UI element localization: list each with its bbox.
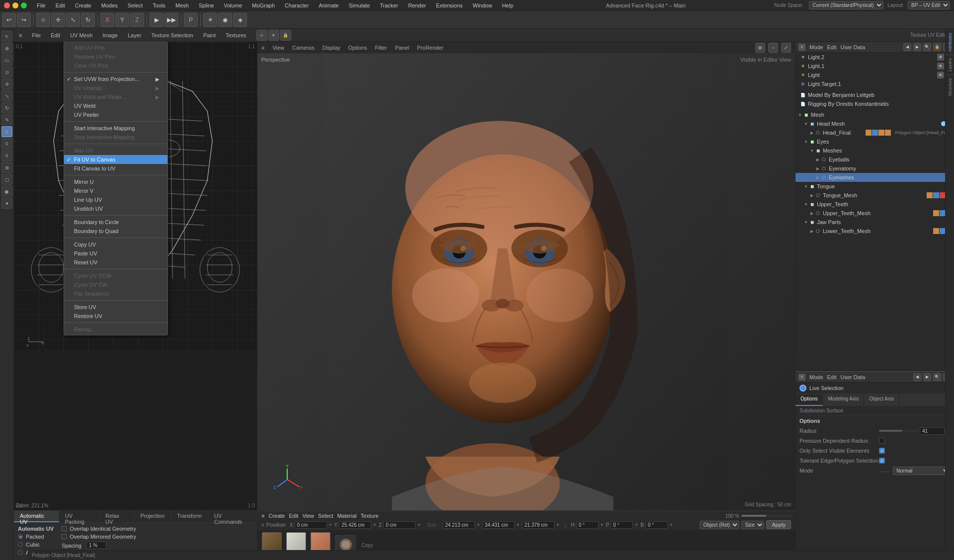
pos-y-input[interactable] — [339, 521, 371, 529]
tree-item-light[interactable]: ☀ Light 👁 ◉ — [795, 71, 954, 80]
size-z-input[interactable] — [522, 521, 555, 529]
tool-s3[interactable]: S — [1, 150, 12, 161]
tab-uv-packing[interactable]: UV Packing — [59, 511, 99, 522]
viewport-options-menu[interactable]: Options — [348, 45, 367, 51]
obj-nav-fwd[interactable]: ▶ — [913, 43, 921, 51]
zoom-slider[interactable] — [741, 515, 791, 517]
attr-back[interactable]: ◀ — [913, 373, 921, 381]
tab-material[interactable]: Material — [337, 513, 357, 519]
menu-window[interactable]: Window — [469, 1, 496, 9]
menu-max-uv[interactable]: Max UV — [64, 146, 167, 155]
jawparts-arrow[interactable]: ▼ — [803, 220, 808, 225]
viewport-btn-2[interactable]: ↔ — [768, 43, 778, 53]
y-axis-button[interactable]: Y — [115, 13, 129, 27]
upperteeth-mesh-arrow[interactable]: ▶ — [809, 211, 814, 216]
viewport-btn-3[interactable]: ⤢ — [781, 43, 791, 53]
headfinal-arrow[interactable]: ▶ — [809, 130, 814, 135]
radius-slider-track[interactable] — [879, 430, 918, 432]
lowerteeth-arrow[interactable]: ▶ — [809, 229, 814, 234]
uv-grid-btn[interactable]: # — [268, 30, 279, 41]
layout-select[interactable]: BP – UV Edit — [908, 1, 950, 9]
menu-fit-uv-canvas[interactable]: ✓ Fit UV to Canvas — [64, 155, 167, 164]
maximize-button[interactable] — [21, 2, 27, 8]
tool-pen[interactable]: ✎ — [1, 114, 12, 125]
uv-paint-menu[interactable]: Paint — [201, 31, 218, 39]
tree-item-headmesh[interactable]: ▼ ◼ Head Mesh — [795, 119, 954, 128]
menu-extensions[interactable]: Extensions — [432, 1, 467, 9]
rot-b-input[interactable] — [645, 521, 668, 529]
menu-character[interactable]: Character — [281, 1, 313, 9]
uv-textures-menu[interactable]: Textures — [224, 31, 248, 39]
menu-set-uvw-projection[interactable]: Set UVW from Projection... ▶ — [64, 75, 167, 83]
display-button[interactable]: ◈ — [233, 13, 247, 27]
attr-tab-options[interactable]: Options — [795, 394, 823, 406]
menu-file[interactable]: File — [33, 1, 50, 9]
attr-mode-label[interactable]: Mode — [809, 374, 823, 380]
tree-item-meshes[interactable]: ▼ ◼ Meshes — [795, 146, 954, 155]
menu-start-interactive[interactable]: Start Interactive Mapping — [64, 124, 167, 133]
menu-fit-canvas-uv[interactable]: Fit Canvas to UV — [64, 164, 167, 173]
tree-item-lighttarget[interactable]: ⊕ Light.Target.1 — [795, 80, 954, 88]
om-edit-label[interactable]: Edit — [827, 44, 837, 50]
menu-volume[interactable]: Volume — [220, 1, 246, 9]
menu-tools[interactable]: Tools — [149, 1, 169, 9]
menu-cycle-cw[interactable]: Cycle UV CW — [64, 280, 167, 289]
menu-uv-weld[interactable]: UV Weld — [64, 101, 167, 110]
uv-layer-menu[interactable]: Layer — [126, 31, 144, 39]
tree-item-eyeballs[interactable]: ▶ ⬡ Eyeballs — [795, 155, 954, 164]
tab-layers[interactable]: Layers — [947, 56, 954, 74]
upperteeth-arrow[interactable]: ▼ — [803, 202, 808, 207]
pos-z-input[interactable] — [383, 521, 415, 529]
light-vis-badge[interactable]: 👁 — [937, 72, 944, 79]
uv-menu-icon[interactable]: ≡ — [17, 31, 24, 39]
attr-fwd[interactable]: ▶ — [923, 373, 931, 381]
rotate-tool-button[interactable]: ↻ — [81, 13, 95, 27]
menu-select[interactable]: Select — [124, 1, 147, 9]
tab-projection[interactable]: Projection — [134, 511, 171, 522]
viewport-cameras-menu[interactable]: Cameras — [292, 45, 315, 51]
tool-brush[interactable]: ⊛ — [1, 162, 12, 173]
tab-view[interactable]: View — [302, 513, 314, 519]
menu-modes[interactable]: Modes — [97, 1, 122, 9]
tool-s2[interactable]: S — [1, 138, 12, 149]
tree-item-light2[interactable]: ☀ Light.2 👁 ◉ — [795, 53, 954, 62]
viewport-btn-1[interactable]: ⊞ — [755, 43, 765, 53]
select-tool-button[interactable]: ⊹ — [36, 13, 50, 27]
tab-transform[interactable]: Transform — [171, 511, 208, 522]
viewport-display-menu[interactable]: Display — [322, 45, 340, 51]
tab-texture[interactable]: Texture — [361, 513, 379, 519]
rot-h-input[interactable] — [576, 521, 599, 529]
tool-scale[interactable]: ⤡ — [1, 90, 12, 101]
menu-edit[interactable]: Edit — [52, 1, 69, 9]
tree-item-mesh-group[interactable]: ▼ ◼ Mesh — [795, 110, 954, 119]
menu-simulate[interactable]: Simulate — [345, 1, 374, 9]
attr-tab-modeling-axis[interactable]: Modeling Axis — [823, 394, 864, 406]
tab-attributes[interactable]: Attributes — [947, 31, 954, 54]
tree-item-eyes[interactable]: ▼ ◼ Eyes — [795, 137, 954, 146]
tree-item-tongue[interactable]: ▼ ◼ Tongue — [795, 182, 954, 191]
menu-render[interactable]: Render — [404, 1, 430, 9]
tool-eyedropper[interactable]: ✦ — [1, 198, 12, 209]
spacing-input[interactable] — [86, 542, 106, 549]
viewport-panel-menu[interactable]: Panel — [395, 45, 409, 51]
menu-unstitch-uv[interactable]: Unstitch UV — [64, 204, 167, 213]
uv-canvas-area[interactable]: v u 0,1 1,1 0,0 1,0 Zoom: 221.1% Add UV … — [14, 42, 257, 510]
menu-copy-uv[interactable]: Copy UV — [64, 240, 167, 249]
tree-item-lowerteeth[interactable]: ▶ ⬡ Lower_Teeth_Mesh — [795, 227, 954, 236]
move-tool-button[interactable]: ✛ — [51, 13, 65, 27]
menu-mirror-u[interactable]: Mirror U — [64, 177, 167, 186]
overlap-mirrored-check[interactable] — [62, 534, 67, 539]
menu-cycle-ccw[interactable]: Cycle UV CCW — [64, 271, 167, 280]
tongue-arrow[interactable]: ▼ — [803, 184, 808, 189]
headmesh-arrow[interactable]: ▼ — [803, 121, 808, 126]
pressure-checkbox[interactable] — [879, 438, 885, 444]
close-button[interactable] — [4, 2, 10, 8]
uv-edit-menu[interactable]: Edit — [49, 31, 62, 39]
perspective-button[interactable]: P — [184, 13, 198, 27]
menu-mograph[interactable]: MoGraph — [248, 1, 279, 9]
menu-store-uv[interactable]: Store UV — [64, 303, 167, 312]
tree-item-eyenatomy[interactable]: ▶ ⬡ Eyenatomy — [795, 164, 954, 173]
menu-remove-uv-pins[interactable]: Remove UV Pins — [64, 52, 167, 61]
viewport-canvas[interactable]: Perspective Visible in Editor View — [257, 54, 795, 510]
menu-create[interactable]: Create — [71, 1, 95, 9]
